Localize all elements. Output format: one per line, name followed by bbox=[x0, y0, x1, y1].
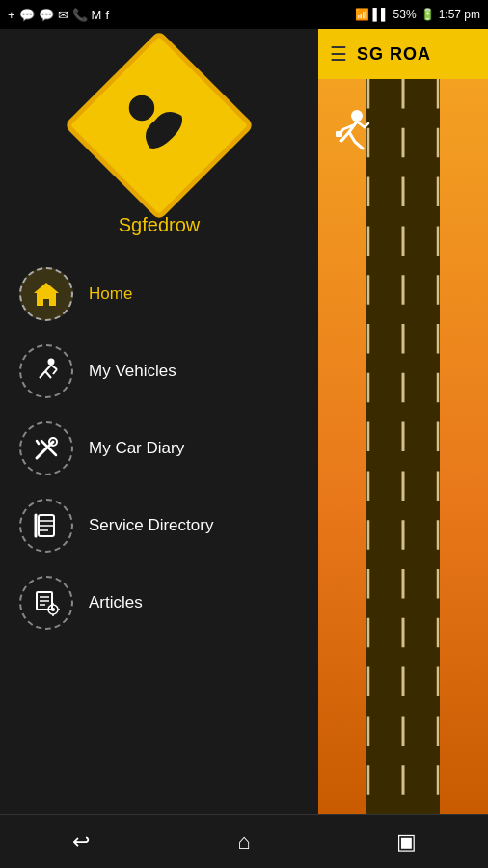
right-panel: ☰ SG ROA bbox=[318, 29, 488, 814]
service-directory-label: Service Directory bbox=[89, 516, 213, 535]
wrench-icon bbox=[32, 434, 61, 463]
sms-icon: 💬 bbox=[39, 8, 54, 22]
whatsapp-icon: 💬 bbox=[19, 8, 35, 22]
home-button[interactable]: ⌂ bbox=[163, 815, 326, 868]
svg-line-6 bbox=[53, 369, 57, 374]
svg-line-4 bbox=[45, 371, 51, 378]
profile-sign-wrapper bbox=[82, 48, 236, 203]
nav-item-my-car-diary[interactable]: My Car Diary bbox=[0, 410, 318, 487]
road-running-person bbox=[326, 108, 376, 162]
service-directory-icon-circle bbox=[19, 499, 73, 553]
status-bar-right: 📶 ▌▌ 53% 🔋 1:57 pm bbox=[355, 8, 480, 21]
my-car-diary-label: My Car Diary bbox=[89, 439, 184, 458]
battery-icon: 🔋 bbox=[420, 8, 435, 21]
signal-bars: ▌▌ bbox=[373, 8, 390, 21]
bottom-nav: ↩ ⌂ ▣ bbox=[0, 814, 488, 868]
svg-rect-31 bbox=[336, 131, 342, 137]
status-bar-left: + 💬 💬 ✉ 📞 M f bbox=[8, 8, 109, 22]
facebook-icon: f bbox=[105, 8, 109, 22]
articles-label: Articles bbox=[89, 593, 143, 612]
sidebar: Sgfedrow Home bbox=[0, 29, 318, 814]
nav-item-service-directory[interactable]: Service Directory bbox=[0, 487, 318, 564]
back-button[interactable]: ↩ bbox=[0, 815, 163, 868]
my-vehicles-label: My Vehicles bbox=[89, 362, 176, 381]
svg-line-5 bbox=[51, 366, 57, 370]
home-icon bbox=[32, 280, 61, 309]
svg-line-10 bbox=[37, 441, 39, 444]
phone-icon: 📞 bbox=[72, 8, 88, 22]
back-icon: ↩ bbox=[72, 829, 90, 854]
home-nav-icon: ⌂ bbox=[237, 829, 250, 854]
home-label: Home bbox=[89, 285, 132, 304]
nav-item-articles[interactable]: Articles bbox=[0, 564, 318, 641]
road-container bbox=[318, 79, 488, 814]
road-svg bbox=[318, 79, 488, 814]
car-diary-icon-circle bbox=[19, 421, 73, 475]
add-icon: + bbox=[8, 8, 15, 22]
wifi-icon: 📶 bbox=[355, 8, 369, 21]
svg-line-2 bbox=[45, 366, 51, 372]
svg-line-3 bbox=[40, 371, 45, 378]
svg-point-21 bbox=[51, 608, 55, 611]
svg-point-30 bbox=[351, 110, 363, 122]
my-vehicles-icon-circle bbox=[19, 344, 73, 398]
running-person-icon bbox=[32, 357, 61, 386]
nav-item-home[interactable]: Home bbox=[0, 256, 318, 333]
nav-item-my-vehicles[interactable]: My Vehicles bbox=[0, 333, 318, 410]
hamburger-icon[interactable]: ☰ bbox=[330, 42, 347, 66]
book-icon bbox=[32, 511, 61, 540]
time-display: 1:57 pm bbox=[439, 8, 480, 21]
home-icon-circle bbox=[19, 267, 73, 321]
svg-point-1 bbox=[48, 359, 55, 366]
app-bar: ☰ SG ROA bbox=[318, 29, 488, 79]
articles-icon bbox=[32, 588, 61, 617]
app-title: SG ROA bbox=[357, 44, 431, 65]
nav-list: Home My Vehicles bbox=[0, 256, 318, 641]
message-icon: ✉ bbox=[58, 8, 68, 22]
status-bar: + 💬 💬 ✉ 📞 M f 📶 ▌▌ 53% 🔋 1:57 pm bbox=[0, 0, 488, 29]
main-container: Sgfedrow Home bbox=[0, 29, 488, 814]
road-person-icon bbox=[326, 108, 376, 158]
articles-icon-circle bbox=[19, 576, 73, 630]
gmail-icon: M bbox=[92, 8, 102, 22]
recent-apps-icon: ▣ bbox=[396, 829, 417, 854]
recent-apps-button[interactable]: ▣ bbox=[325, 815, 488, 868]
battery-percent: 53% bbox=[393, 8, 417, 21]
